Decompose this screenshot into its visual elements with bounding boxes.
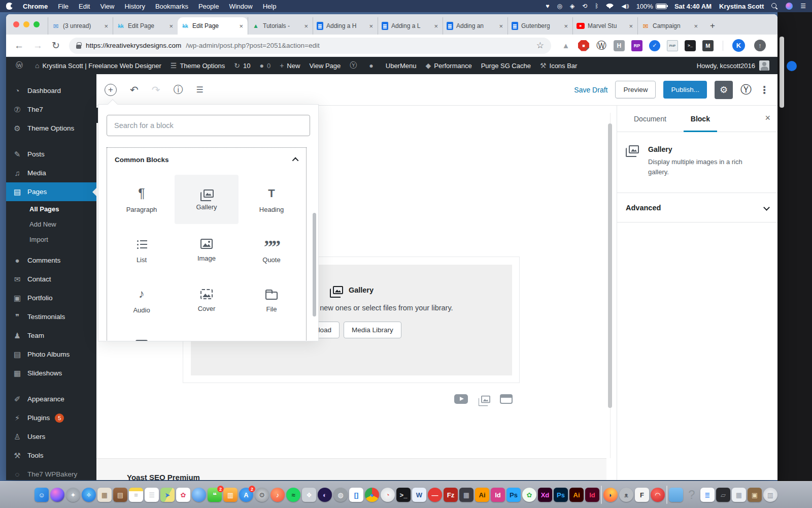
popup-scrollbar[interactable] — [313, 213, 316, 316]
block-type-item[interactable]: Gallery — [175, 175, 239, 224]
menu-item[interactable]: Window — [229, 3, 252, 10]
content-structure-icon[interactable] — [174, 83, 183, 97]
dock-app-icon[interactable]: Id — [491, 488, 505, 502]
admin-bar-item[interactable]: Ⓨ — [345, 57, 364, 74]
dock-app-icon[interactable] — [192, 488, 206, 502]
menu-user-name[interactable]: Krystina Scott — [719, 3, 764, 10]
sidebar-item[interactable]: ⚡ Plugins 5 — [6, 408, 96, 427]
tab-close-icon[interactable]: × — [303, 22, 309, 30]
redo-icon[interactable] — [152, 84, 160, 96]
video-suggestion-icon[interactable] — [454, 394, 468, 404]
dock-app-icon[interactable]: ◍ — [333, 488, 348, 502]
block-type-item[interactable]: Heading — [240, 175, 303, 224]
sidebar-item[interactable]: ◔ Dashboard — [6, 81, 96, 100]
dock-app-icon[interactable]: Ai — [569, 488, 584, 502]
dock-app-icon[interactable]: ≡ — [129, 488, 143, 502]
advanced-section[interactable]: Advanced — [617, 193, 777, 223]
tab-block[interactable]: Block — [689, 106, 712, 132]
dock-app-icon[interactable] — [669, 488, 683, 502]
dock-app-icon[interactable]: ❝ 2 — [208, 488, 222, 502]
dock-app-icon[interactable]: ⚙ — [255, 488, 269, 502]
sidebar-item[interactable]: ▤ Photo Albums — [6, 345, 96, 364]
editor-scrollbar[interactable] — [608, 123, 612, 408]
user-avatar[interactable] — [759, 60, 769, 71]
sidebar-item[interactable]: ♙ Users — [6, 427, 96, 446]
admin-bar-item[interactable]: ◆ Performance — [421, 57, 476, 74]
close-window-button[interactable] — [13, 21, 19, 27]
preview-button[interactable]: Preview — [615, 81, 656, 99]
sidebar-item[interactable]: ✉ Contact — [6, 270, 96, 289]
sidebar-item[interactable]: ♟ Team — [6, 326, 96, 345]
sidebar-item[interactable]: Import — [6, 232, 96, 247]
dock-app-icon[interactable]: ➤ — [160, 488, 175, 502]
status-icon[interactable]: ♥ — [546, 3, 549, 9]
dock-app-icon[interactable]: ? — [685, 488, 699, 502]
menu-item[interactable]: View — [100, 3, 114, 10]
admin-bar-item[interactable]: ☰ Theme Options — [166, 57, 229, 74]
dock-app-icon[interactable]: Ai — [475, 488, 489, 502]
extension-icon[interactable]: M — [702, 40, 714, 51]
extension-icon[interactable]: >_ — [685, 40, 696, 51]
browser-tab[interactable]: Adding a H × — [313, 17, 378, 35]
admin-bar-item[interactable]: ● — [364, 57, 381, 74]
upload-icon[interactable]: ↑ — [754, 40, 766, 51]
extension-icon[interactable]: H — [614, 40, 625, 51]
tab-close-icon[interactable]: × — [238, 22, 244, 30]
browser-tab[interactable]: Edit Page × — [178, 17, 248, 35]
https-lock-icon[interactable] — [76, 45, 81, 49]
dock-app-icon[interactable]: Ps — [506, 488, 521, 502]
tab-close-icon[interactable]: × — [693, 22, 699, 30]
menu-item[interactable]: Edit — [79, 3, 90, 10]
tab-close-icon[interactable]: × — [168, 22, 174, 30]
browser-tab[interactable]: Tutorials - × — [248, 17, 313, 35]
sidebar-item[interactable]: ◌ The7 WPBakery — [6, 465, 96, 480]
extension-icon[interactable]: ■ 7 — [578, 40, 589, 51]
dock-app-icon[interactable]: ▥ — [223, 488, 238, 502]
dock-app-icon[interactable]: ◗ — [603, 488, 618, 502]
browser-tab[interactable]: (3 unread) × — [48, 17, 113, 35]
menu-item[interactable]: File — [58, 3, 69, 10]
dock-app-icon[interactable]: ≈ — [286, 488, 300, 502]
tab-close-icon[interactable]: × — [563, 22, 569, 30]
dock-app-icon[interactable]: W — [412, 488, 426, 502]
dock-app-icon[interactable]: ☰ — [145, 488, 159, 502]
sidebar-item[interactable]: ⑦ The7 — [6, 100, 96, 119]
extension-icon[interactable]: Ⓦ — [596, 40, 607, 51]
battery-indicator[interactable]: 100% — [636, 3, 667, 10]
settings-gear-button[interactable] — [715, 81, 733, 99]
reload-button[interactable]: ↻ — [52, 40, 60, 51]
zoom-window-button[interactable] — [33, 21, 40, 27]
menu-item[interactable]: Help — [263, 3, 277, 10]
sidebar-item[interactable]: ▣ Portfolio — [6, 289, 96, 307]
block-type-item[interactable]: Quote — [240, 225, 303, 274]
dock-app-icon[interactable]: ✿ — [176, 488, 190, 502]
dock-app-icon[interactable]: Id — [585, 488, 599, 502]
gallery-suggestion-icon[interactable] — [481, 395, 490, 402]
sidebar-item[interactable]: Add New — [6, 216, 96, 232]
sidebar-item[interactable]: ● Comments — [6, 251, 96, 270]
block-navigation-icon[interactable] — [196, 85, 204, 94]
admin-bar-item[interactable]: UberMenu — [381, 57, 421, 74]
dock-app-icon[interactable] — [666, 486, 667, 504]
dock-app-icon[interactable]: ▦ — [732, 488, 746, 502]
dock-app-icon[interactable]: ✦ — [66, 488, 80, 502]
dock-app-icon[interactable]: ▥ — [763, 488, 777, 502]
common-blocks-header[interactable]: Common Blocks — [107, 148, 306, 171]
tab-close-icon[interactable]: × — [498, 22, 504, 30]
menu-item[interactable]: Bookmarks — [155, 3, 188, 10]
siri-icon[interactable] — [786, 3, 793, 10]
close-icon[interactable]: × — [765, 113, 770, 123]
dock-app-icon[interactable]: ▱ — [716, 488, 730, 502]
admin-bar-item[interactable]: View Page — [304, 57, 345, 74]
status-icon[interactable]: ◎ — [557, 3, 562, 9]
status-icon[interactable]: ◈ — [570, 3, 574, 9]
howdy-user[interactable]: Howdy, kcscott2016 — [697, 62, 755, 70]
menu-clock[interactable]: Sat 4:40 AM — [674, 3, 712, 10]
dock-app-icon[interactable]: Ps — [554, 488, 568, 502]
dock-app-icon[interactable]: A 2 — [239, 488, 253, 502]
sidebar-item[interactable]: ✎ Posts — [6, 145, 96, 164]
block-search-input[interactable] — [107, 115, 310, 136]
dock-app-icon[interactable]: — — [428, 488, 442, 502]
block-type-item[interactable]: Paragraph — [110, 175, 174, 224]
dock-app-icon[interactable]: ᴥ — [619, 488, 633, 502]
